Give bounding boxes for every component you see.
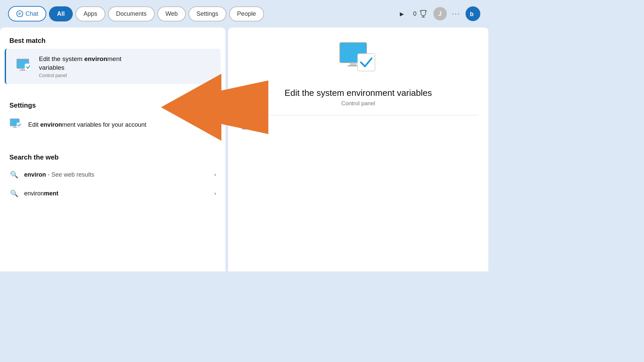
right-panel: Edit the system environment variables Co… [228,27,488,272]
search-icon-2: 🔍 [9,189,19,197]
svg-rect-4 [21,68,25,70]
right-monitor-icon [338,41,378,74]
right-panel-title: Edit the system environment variables [284,88,432,98]
settings-item-chevron: › [214,122,216,128]
chat-tab-icon [16,10,23,17]
open-label: Open [250,123,266,131]
svg-rect-9 [13,126,16,127]
settings-section: Settings Edit environment variables for … [0,84,225,136]
settings-section-label: Settings [0,92,225,113]
play-button[interactable]: ▶ [396,8,408,20]
tab-web-label: Web [165,10,178,17]
left-panel: Best match Edit the system env [0,27,225,272]
svg-rect-15 [350,63,357,65]
best-match-text: Edit the system environmentvariables Con… [39,55,121,78]
search-item-2[interactable]: 🔍 environment › [0,184,225,203]
tab-documents-label: Documents [116,10,147,17]
tab-people-label: People [237,10,256,17]
bing-icon: b [469,9,477,18]
search-item-1-chevron: › [214,172,216,178]
avatar-letter: J [438,10,442,17]
svg-rect-10 [12,127,17,128]
search-item-2-chevron: › [214,190,216,196]
tab-people[interactable]: People [229,6,264,21]
topbar: Chat All Apps Documents Web Settings Peo… [0,0,488,27]
tab-all[interactable]: All [49,6,73,21]
tab-apps-label: Apps [84,10,97,17]
tab-settings-label: Settings [197,10,218,17]
more-button[interactable]: ··· [452,9,460,18]
best-match-title: Edit the system environmentvariables [39,55,121,72]
svg-rect-7 [25,64,31,70]
svg-point-0 [17,11,23,17]
right-icon-area [338,41,378,82]
tab-web[interactable]: Web [157,6,186,21]
score-badge: 0 [413,9,428,18]
open-button[interactable]: ⧉ Open [238,123,266,131]
right-panel-divider [238,115,478,115]
score-value: 0 [413,10,417,17]
search-icon-1: 🔍 [9,171,19,179]
main-content: Best match Edit the system env [0,27,488,272]
bing-button[interactable]: b [466,6,480,21]
best-match-item[interactable]: Edit the system environmentvariables Con… [5,49,221,84]
tab-chat[interactable]: Chat [8,6,46,21]
search-web-label: Search the web [0,144,225,165]
search-text-2: environment [24,190,214,197]
topbar-right: ▶ 0 J ··· b [396,6,480,21]
tab-settings[interactable]: Settings [189,6,226,21]
search-item-1[interactable]: 🔍 environ - See web results › [0,165,225,184]
svg-text:b: b [470,11,474,17]
settings-item[interactable]: Edit environment variables for your acco… [0,113,225,136]
tab-chat-label: Chat [25,10,38,17]
search-text-1: environ - See web results [24,171,214,178]
svg-rect-16 [347,65,359,66]
best-match-subtitle: Control panel [39,73,121,78]
tab-documents[interactable]: Documents [108,6,155,21]
right-panel-subtitle: Control panel [341,100,375,107]
trophy-icon [419,9,428,18]
open-icon: ⧉ [241,123,246,131]
settings-item-icon [9,118,23,131]
avatar[interactable]: J [433,7,447,20]
search-web-section: Search the web 🔍 environ - See web resul… [0,136,225,203]
settings-item-text: Edit environment variables for your acco… [28,121,214,128]
tab-apps[interactable]: Apps [75,6,105,21]
control-panel-icon [15,58,33,75]
best-match-label: Best match [0,27,225,49]
tab-all-label: All [57,10,65,17]
